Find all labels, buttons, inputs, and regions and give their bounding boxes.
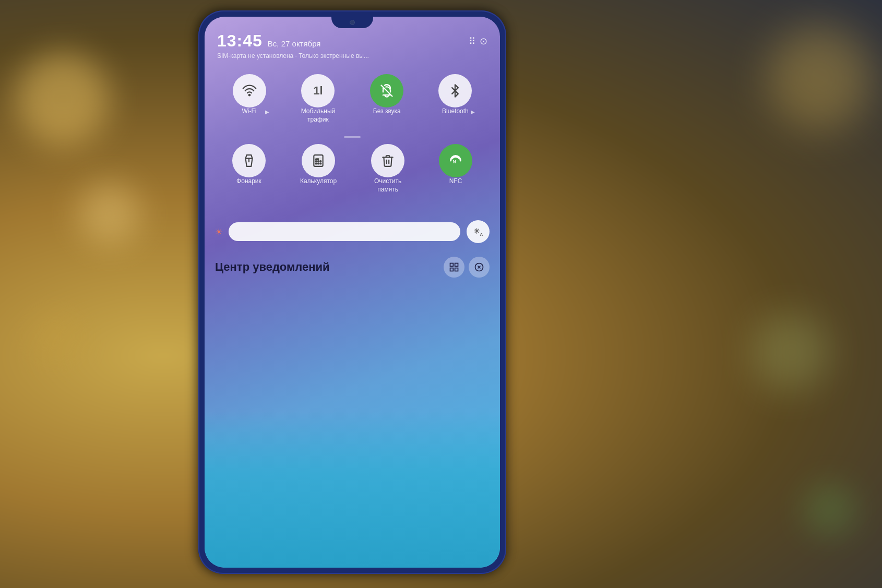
mobile-data-label: Мобильныйтрафик [301, 107, 336, 124]
date-display: Вс, 27 октября [268, 39, 321, 48]
qs-tile-calculator[interactable]: +- = Калькулятор [300, 144, 337, 194]
quick-settings-row-1: ▶ Wi-Fi 1l Мобильныйтрафик [215, 74, 490, 124]
qs-tile-flashlight[interactable]: Фонарик [232, 144, 266, 194]
camera-icon: ⊙ [480, 35, 487, 47]
qs-tile-nfc[interactable]: N NFC [439, 144, 472, 194]
clock-display: 13:45 [217, 31, 263, 51]
notification-list-button[interactable] [444, 257, 464, 278]
wifi-label: Wi-Fi [242, 107, 257, 116]
silent-icon-circle [370, 74, 403, 107]
wifi-arrow: ▶ [265, 109, 269, 115]
svg-rect-21 [450, 263, 454, 267]
svg-point-0 [248, 94, 249, 95]
bluetooth-icon-circle: ▶ [438, 74, 472, 107]
quick-settings-panel: ▶ Wi-Fi 1l Мобильныйтрафик [205, 69, 500, 211]
notification-center-header: Центр уведомлений [215, 257, 490, 278]
qs-tile-silent[interactable]: Без звука [370, 74, 403, 124]
phone-screen: 13:45 Вс, 27 октября ⠿ ⊙ SIM-карта не ус… [205, 17, 500, 568]
separator-dot [344, 136, 361, 138]
qs-tile-mobile-data[interactable]: 1l Мобильныйтрафик [301, 74, 336, 124]
brightness-slider[interactable] [229, 222, 460, 241]
calculator-icon-circle: +- = [302, 144, 335, 177]
silent-label: Без звука [373, 107, 401, 116]
qs-tile-bluetooth[interactable]: ▶ Bluetooth [438, 74, 472, 124]
notification-actions [444, 257, 490, 278]
nfc-icon-circle: N [439, 144, 472, 177]
flashlight-label: Фонарик [236, 177, 261, 186]
qs-tile-clear-memory[interactable]: Очиститьпамять [371, 144, 404, 194]
notch [331, 17, 373, 28]
status-icons-group: ⠿ ⊙ [469, 35, 487, 47]
mobile-data-icon: 1l [313, 84, 323, 98]
row-separator [215, 136, 490, 138]
wifi-icon-circle: ▶ [233, 74, 266, 107]
nfc-label: NFC [449, 177, 462, 186]
clear-memory-label: Очиститьпамять [374, 177, 401, 194]
grid-icon: ⠿ [469, 35, 475, 47]
bluetooth-label: Bluetooth [442, 107, 469, 116]
phone-frame: 13:45 Вс, 27 октября ⠿ ⊙ SIM-карта не ус… [198, 10, 506, 574]
sim-status-text: SIM-карта не установлена · Только экстре… [217, 52, 369, 59]
svg-point-14 [316, 163, 317, 164]
notification-clear-button[interactable] [469, 257, 490, 278]
svg-point-15 [318, 163, 319, 164]
bottom-gradient [205, 411, 500, 568]
time-date-group: 13:45 Вс, 27 октября [217, 31, 321, 51]
svg-point-11 [316, 161, 317, 162]
svg-point-16 [320, 163, 321, 164]
svg-rect-23 [450, 268, 454, 271]
brightness-auto-icon: ☀A [473, 227, 483, 237]
notification-center-area: Центр уведомлений [205, 246, 500, 278]
mobile-data-icon-circle: 1l [301, 74, 335, 107]
svg-rect-22 [455, 263, 458, 267]
calculator-label: Калькулятор [300, 177, 337, 186]
brightness-auto-button[interactable]: ☀A [467, 220, 490, 243]
brightness-control: ☀ ☀A [205, 220, 500, 243]
quick-settings-row-2: Фонарик [215, 144, 490, 194]
status-bar: 13:45 Вс, 27 октября ⠿ ⊙ [205, 31, 500, 51]
qs-tile-wifi[interactable]: ▶ Wi-Fi [233, 74, 266, 124]
brightness-min-icon: ☀ [215, 227, 222, 237]
clear-memory-icon-circle [371, 144, 404, 177]
svg-text:N: N [453, 160, 456, 164]
notification-center-title: Центр уведомлений [215, 260, 330, 274]
front-camera [350, 20, 355, 25]
bluetooth-arrow: ▶ [471, 109, 475, 115]
svg-point-12 [318, 161, 319, 162]
svg-point-13 [320, 161, 321, 162]
flashlight-icon-circle [232, 144, 266, 177]
svg-rect-24 [455, 268, 458, 271]
